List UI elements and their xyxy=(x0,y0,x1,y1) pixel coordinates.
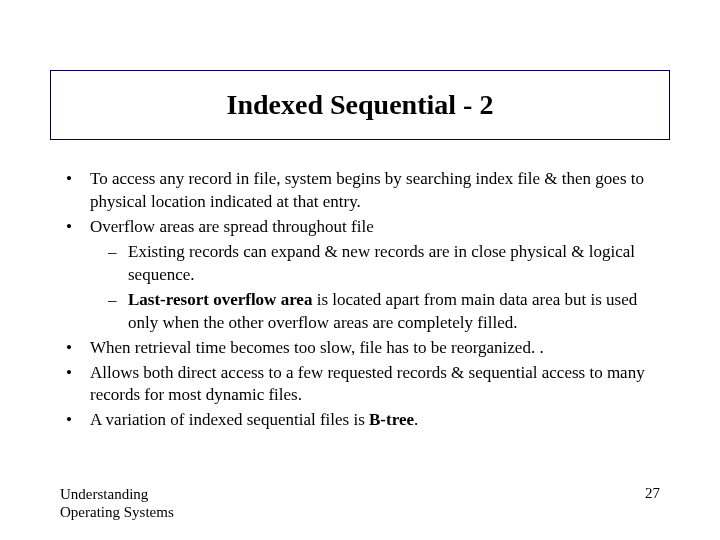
sub-bullet-list: Existing records can expand & new record… xyxy=(90,241,660,335)
list-item: To access any record in file, system beg… xyxy=(60,168,660,214)
list-item: Last-resort overflow area is located apa… xyxy=(108,289,660,335)
footer-text-line1: Understanding xyxy=(60,485,174,504)
bullet-text: A variation of indexed sequential files … xyxy=(90,410,369,429)
bullet-text: Overflow areas are spread throughout fil… xyxy=(90,217,374,236)
content-area: To access any record in file, system beg… xyxy=(60,168,660,432)
bold-term: Last-resort overflow area xyxy=(128,290,312,309)
footer-left: Understanding Operating Systems xyxy=(60,485,174,523)
bold-term: B-tree xyxy=(369,410,414,429)
list-item: A variation of indexed sequential files … xyxy=(60,409,660,432)
bullet-list: To access any record in file, system beg… xyxy=(60,168,660,432)
list-item: Overflow areas are spread throughout fil… xyxy=(60,216,660,335)
slide-title: Indexed Sequential - 2 xyxy=(51,89,669,121)
footer: Understanding Operating Systems 27 xyxy=(60,485,660,523)
bullet-text: . xyxy=(414,410,418,429)
list-item: When retrieval time becomes too slow, fi… xyxy=(60,337,660,360)
list-item: Existing records can expand & new record… xyxy=(108,241,660,287)
footer-text-line2: Operating Systems xyxy=(60,503,174,522)
title-box: Indexed Sequential - 2 xyxy=(50,70,670,140)
list-item: Allows both direct access to a few reque… xyxy=(60,362,660,408)
page-number: 27 xyxy=(645,485,660,502)
